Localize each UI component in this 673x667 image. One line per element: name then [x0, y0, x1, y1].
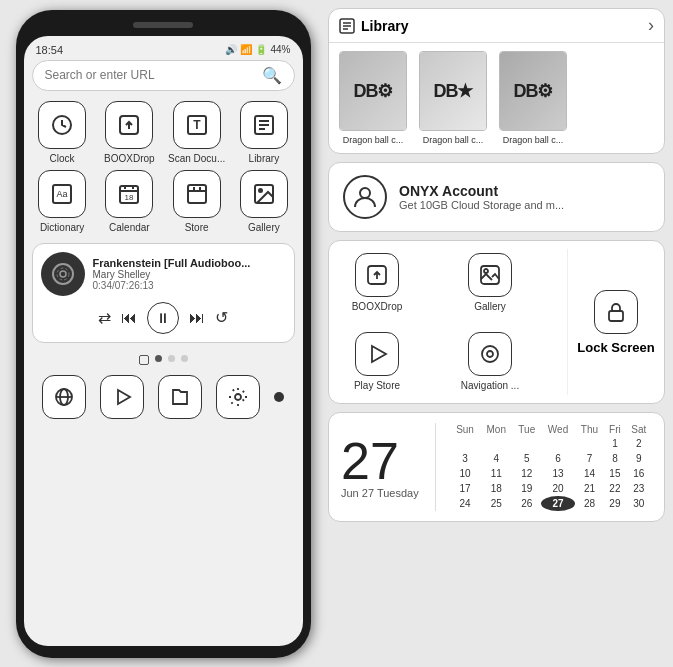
cal-cell	[480, 436, 512, 451]
dot-active[interactable]	[155, 355, 162, 362]
cal-day-label: Jun 27 Tuesday	[341, 487, 419, 499]
media-player: Frankenstein [Full Audioboo... Mary Shel…	[32, 243, 295, 343]
library-header: Library ›	[329, 9, 664, 43]
cal-cell-27-today[interactable]: 27	[541, 496, 575, 511]
prev-button[interactable]: ⏮	[121, 309, 137, 327]
media-controls: ⇄ ⏮ ⏸ ⏭ ↺	[41, 302, 286, 334]
cal-cell-28[interactable]: 28	[575, 496, 604, 511]
book-item-0[interactable]: DB⚙ Dragon ball c...	[337, 51, 409, 145]
svg-point-31	[360, 188, 370, 198]
app-library-label: Library	[249, 153, 280, 164]
next-button[interactable]: ⏭	[189, 309, 205, 327]
cal-divider	[435, 423, 436, 511]
cal-big-date: 27 Jun 27 Tuesday	[341, 423, 421, 511]
book-label-0: Dragon ball c...	[343, 135, 404, 145]
quick-gallery[interactable]: Gallery	[450, 245, 530, 320]
shuffle-button[interactable]: ⇄	[98, 308, 111, 327]
app-library[interactable]: Library	[233, 101, 294, 164]
library-chevron[interactable]: ›	[648, 15, 654, 36]
booxdrop-icon-box	[105, 101, 153, 149]
cal-cell-29[interactable]: 29	[604, 496, 626, 511]
cal-cell	[450, 436, 480, 451]
status-bar: 18:54 🔊 📶 🔋 44%	[32, 44, 295, 60]
svg-point-35	[484, 269, 488, 273]
bottom-settings[interactable]	[216, 375, 260, 419]
bottom-files[interactable]	[158, 375, 202, 419]
onyx-widget[interactable]: ONYX Account Get 10GB Cloud Storage and …	[328, 162, 665, 232]
library-widget: Library › DB⚙ Dragon ball c... DB★ D	[328, 8, 665, 154]
cal-cell-5[interactable]: 5	[512, 451, 541, 466]
app-gallery[interactable]: Gallery	[233, 170, 294, 233]
cal-cell-13[interactable]: 13	[541, 466, 575, 481]
cal-cell-25[interactable]: 25	[480, 496, 512, 511]
cal-cell-10[interactable]: 10	[450, 466, 480, 481]
svg-point-37	[482, 346, 498, 362]
bottom-browser[interactable]	[42, 375, 86, 419]
cal-cell-1[interactable]: 1	[604, 436, 626, 451]
search-input[interactable]	[45, 68, 254, 82]
dot-3[interactable]	[181, 355, 188, 362]
book-item-1[interactable]: DB★ Dragon ball c...	[417, 51, 489, 145]
cal-cell-19[interactable]: 19	[512, 481, 541, 496]
cal-cell-17[interactable]: 17	[450, 481, 480, 496]
app-store[interactable]: Store	[166, 170, 227, 233]
cal-cell	[541, 436, 575, 451]
cal-cell-26[interactable]: 26	[512, 496, 541, 511]
quick-playstore[interactable]: Play Store	[337, 324, 417, 399]
status-time: 18:54	[36, 44, 64, 56]
cal-header-sun: Sun	[450, 423, 480, 436]
svg-text:T: T	[193, 118, 201, 132]
cal-cell-11[interactable]: 11	[480, 466, 512, 481]
cal-cell-30[interactable]: 30	[626, 496, 652, 511]
cal-day-num: 27	[341, 435, 399, 487]
cal-cell-22[interactable]: 22	[604, 481, 626, 496]
dot-2[interactable]	[168, 355, 175, 362]
cal-cell-15[interactable]: 15	[604, 466, 626, 481]
app-dictionary[interactable]: Aa Dictionary	[32, 170, 93, 233]
search-icon[interactable]: 🔍	[262, 66, 282, 85]
repeat-button[interactable]: ↺	[215, 308, 228, 327]
bottom-play[interactable]	[100, 375, 144, 419]
svg-rect-16	[188, 185, 206, 203]
app-clock[interactable]: Clock	[32, 101, 93, 164]
app-calendar[interactable]: 18 Calendar	[99, 170, 160, 233]
cal-cell-2[interactable]: 2	[626, 436, 652, 451]
app-booxdrop-label: BOOXDrop	[104, 153, 155, 164]
onyx-content: ONYX Account Get 10GB Cloud Storage and …	[329, 163, 664, 231]
cal-cell-8[interactable]: 8	[604, 451, 626, 466]
cal-week-1: 3 4 5 6 7 8 9	[450, 451, 652, 466]
search-bar[interactable]: 🔍	[32, 60, 295, 91]
app-booxdrop[interactable]: BOOXDrop	[99, 101, 160, 164]
lock-screen-section[interactable]: Lock Screen	[576, 245, 656, 399]
cal-cell-16[interactable]: 16	[626, 466, 652, 481]
cal-cell-4[interactable]: 4	[480, 451, 512, 466]
quick-navigation[interactable]: Navigation ...	[450, 324, 530, 399]
svg-text:Aa: Aa	[57, 189, 68, 199]
app-dictionary-label: Dictionary	[40, 222, 84, 233]
phone-device: 18:54 🔊 📶 🔋 44% 🔍	[16, 10, 311, 658]
cal-cell-14[interactable]: 14	[575, 466, 604, 481]
media-title: Frankenstein [Full Audioboo...	[93, 257, 286, 269]
cal-cell-23[interactable]: 23	[626, 481, 652, 496]
dot-grid[interactable]	[139, 355, 149, 365]
cal-cell-24[interactable]: 24	[450, 496, 480, 511]
dictionary-icon-box: Aa	[38, 170, 86, 218]
cal-cell-9[interactable]: 9	[626, 451, 652, 466]
cal-cell-7[interactable]: 7	[575, 451, 604, 466]
cal-cell-18[interactable]: 18	[480, 481, 512, 496]
quick-booxdrop[interactable]: BOOXDrop	[337, 245, 417, 320]
svg-point-26	[235, 394, 241, 400]
media-time: 0:34/07:26:13	[93, 280, 286, 291]
cal-cell-6[interactable]: 6	[541, 451, 575, 466]
phone-wrapper: 18:54 🔊 📶 🔋 44% 🔍	[8, 8, 318, 659]
cal-cell-3[interactable]: 3	[450, 451, 480, 466]
cal-cell-12[interactable]: 12	[512, 466, 541, 481]
cal-cell-20[interactable]: 20	[541, 481, 575, 496]
quick-playstore-label: Play Store	[354, 380, 400, 391]
cal-cell-21[interactable]: 21	[575, 481, 604, 496]
pause-button[interactable]: ⏸	[147, 302, 179, 334]
book-item-2[interactable]: DB⚙ Dragon ball c...	[497, 51, 569, 145]
app-scan[interactable]: T Scan Docu...	[166, 101, 227, 164]
svg-marker-36	[372, 346, 386, 362]
widgets-column: Library › DB⚙ Dragon ball c... DB★ D	[328, 8, 665, 659]
